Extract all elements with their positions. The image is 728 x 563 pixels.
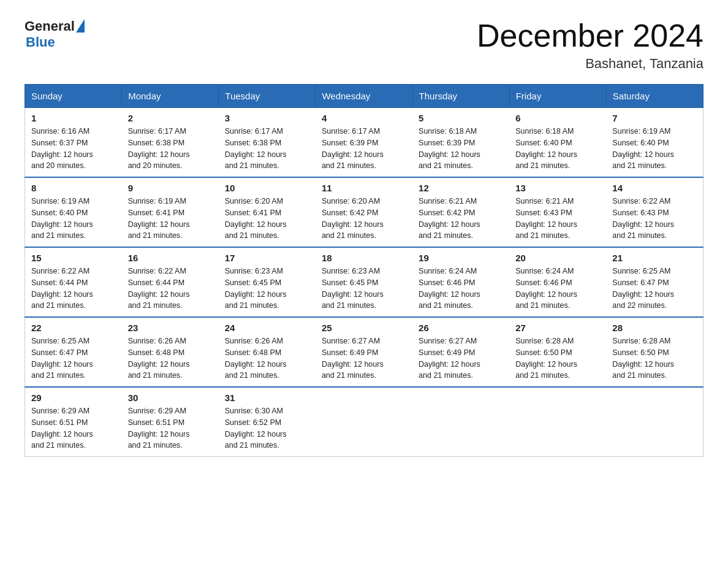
calendar-cell: 28 Sunrise: 6:28 AMSunset: 6:50 PMDaylig… [606, 317, 703, 387]
calendar-cell [509, 387, 606, 457]
day-info: Sunrise: 6:17 AMSunset: 6:38 PMDaylight:… [128, 126, 213, 172]
day-number: 27 [515, 323, 600, 333]
day-number: 14 [612, 183, 697, 193]
day-info: Sunrise: 6:27 AMSunset: 6:49 PMDaylight:… [419, 335, 503, 381]
day-info: Sunrise: 6:19 AMSunset: 6:40 PMDaylight:… [31, 196, 116, 242]
calendar-cell: 16 Sunrise: 6:22 AMSunset: 6:44 PMDaylig… [122, 247, 219, 317]
logo-blue-text: Blue [26, 34, 55, 50]
week-row-3: 15 Sunrise: 6:22 AMSunset: 6:44 PMDaylig… [25, 247, 703, 317]
day-info: Sunrise: 6:19 AMSunset: 6:41 PMDaylight:… [128, 196, 213, 242]
day-info: Sunrise: 6:16 AMSunset: 6:37 PMDaylight:… [31, 126, 116, 172]
weekday-header-wednesday: Wednesday [316, 85, 412, 108]
day-number: 24 [225, 323, 309, 333]
calendar-cell: 25 Sunrise: 6:27 AMSunset: 6:49 PMDaylig… [316, 317, 412, 387]
day-info: Sunrise: 6:28 AMSunset: 6:50 PMDaylight:… [515, 335, 600, 381]
calendar-cell: 7 Sunrise: 6:19 AMSunset: 6:40 PMDayligh… [606, 108, 703, 178]
calendar-cell: 17 Sunrise: 6:23 AMSunset: 6:45 PMDaylig… [219, 247, 316, 317]
day-info: Sunrise: 6:29 AMSunset: 6:51 PMDaylight:… [31, 405, 116, 451]
week-row-4: 22 Sunrise: 6:25 AMSunset: 6:47 PMDaylig… [25, 317, 703, 387]
day-info: Sunrise: 6:21 AMSunset: 6:42 PMDaylight:… [419, 196, 503, 242]
calendar-cell: 6 Sunrise: 6:18 AMSunset: 6:40 PMDayligh… [509, 108, 606, 178]
day-number: 3 [225, 113, 309, 123]
calendar-cell: 14 Sunrise: 6:22 AMSunset: 6:43 PMDaylig… [606, 177, 703, 247]
day-info: Sunrise: 6:24 AMSunset: 6:46 PMDaylight:… [515, 266, 600, 312]
day-number: 16 [128, 253, 213, 263]
day-number: 15 [31, 253, 116, 263]
weekday-header-friday: Friday [509, 85, 606, 108]
month-title: December 2024 [477, 18, 703, 53]
weekday-header-monday: Monday [122, 85, 219, 108]
calendar-cell: 8 Sunrise: 6:19 AMSunset: 6:40 PMDayligh… [25, 177, 122, 247]
calendar-cell: 31 Sunrise: 6:30 AMSunset: 6:52 PMDaylig… [219, 387, 316, 457]
calendar-cell: 3 Sunrise: 6:17 AMSunset: 6:38 PMDayligh… [219, 108, 316, 178]
calendar-cell: 15 Sunrise: 6:22 AMSunset: 6:44 PMDaylig… [25, 247, 122, 317]
day-info: Sunrise: 6:25 AMSunset: 6:47 PMDaylight:… [612, 266, 697, 312]
logo: General Blue [25, 18, 85, 50]
calendar-cell: 18 Sunrise: 6:23 AMSunset: 6:45 PMDaylig… [316, 247, 412, 317]
day-number: 10 [225, 183, 309, 193]
calendar-cell: 20 Sunrise: 6:24 AMSunset: 6:46 PMDaylig… [509, 247, 606, 317]
day-info: Sunrise: 6:21 AMSunset: 6:43 PMDaylight:… [515, 196, 600, 242]
day-number: 22 [31, 323, 116, 333]
day-info: Sunrise: 6:17 AMSunset: 6:39 PMDaylight:… [322, 126, 406, 172]
calendar-cell: 12 Sunrise: 6:21 AMSunset: 6:42 PMDaylig… [412, 177, 509, 247]
day-info: Sunrise: 6:22 AMSunset: 6:43 PMDaylight:… [612, 196, 697, 242]
calendar-cell [606, 387, 703, 457]
calendar-cell: 22 Sunrise: 6:25 AMSunset: 6:47 PMDaylig… [25, 317, 122, 387]
calendar-cell: 19 Sunrise: 6:24 AMSunset: 6:46 PMDaylig… [412, 247, 509, 317]
day-number: 11 [322, 183, 406, 193]
day-number: 5 [419, 113, 503, 123]
day-number: 30 [128, 393, 213, 403]
day-info: Sunrise: 6:28 AMSunset: 6:50 PMDaylight:… [612, 335, 697, 381]
calendar-cell: 5 Sunrise: 6:18 AMSunset: 6:39 PMDayligh… [412, 108, 509, 178]
calendar-cell: 21 Sunrise: 6:25 AMSunset: 6:47 PMDaylig… [606, 247, 703, 317]
day-info: Sunrise: 6:20 AMSunset: 6:42 PMDaylight:… [322, 196, 406, 242]
day-info: Sunrise: 6:22 AMSunset: 6:44 PMDaylight:… [31, 266, 116, 312]
day-info: Sunrise: 6:27 AMSunset: 6:49 PMDaylight:… [322, 335, 406, 381]
day-number: 26 [419, 323, 503, 333]
weekday-header-sunday: Sunday [25, 85, 122, 108]
day-info: Sunrise: 6:24 AMSunset: 6:46 PMDaylight:… [419, 266, 503, 312]
day-number: 12 [419, 183, 503, 193]
weekday-header-saturday: Saturday [606, 85, 703, 108]
week-row-2: 8 Sunrise: 6:19 AMSunset: 6:40 PMDayligh… [25, 177, 703, 247]
day-number: 20 [515, 253, 600, 263]
calendar-cell: 23 Sunrise: 6:26 AMSunset: 6:48 PMDaylig… [122, 317, 219, 387]
week-row-5: 29 Sunrise: 6:29 AMSunset: 6:51 PMDaylig… [25, 387, 703, 457]
day-number: 23 [128, 323, 213, 333]
day-number: 1 [31, 113, 116, 123]
calendar-cell: 4 Sunrise: 6:17 AMSunset: 6:39 PMDayligh… [316, 108, 412, 178]
day-number: 17 [225, 253, 309, 263]
day-info: Sunrise: 6:29 AMSunset: 6:51 PMDaylight:… [128, 405, 213, 451]
header: General Blue December 2024 Bashanet, Tan… [25, 18, 703, 72]
day-number: 28 [612, 323, 697, 333]
day-info: Sunrise: 6:20 AMSunset: 6:41 PMDaylight:… [225, 196, 309, 242]
day-info: Sunrise: 6:18 AMSunset: 6:39 PMDaylight:… [419, 126, 503, 172]
calendar-cell: 30 Sunrise: 6:29 AMSunset: 6:51 PMDaylig… [122, 387, 219, 457]
day-number: 19 [419, 253, 503, 263]
day-info: Sunrise: 6:23 AMSunset: 6:45 PMDaylight:… [322, 266, 406, 312]
day-info: Sunrise: 6:26 AMSunset: 6:48 PMDaylight:… [128, 335, 213, 381]
calendar-cell [412, 387, 509, 457]
day-number: 13 [515, 183, 600, 193]
logo-triangle-icon [76, 19, 85, 33]
day-number: 6 [515, 113, 600, 123]
day-number: 25 [322, 323, 406, 333]
day-number: 4 [322, 113, 406, 123]
title-area: December 2024 Bashanet, Tanzania [477, 18, 703, 72]
day-info: Sunrise: 6:26 AMSunset: 6:48 PMDaylight:… [225, 335, 309, 381]
logo-general-text: General [25, 18, 75, 34]
calendar-cell: 9 Sunrise: 6:19 AMSunset: 6:41 PMDayligh… [122, 177, 219, 247]
weekday-header-tuesday: Tuesday [219, 85, 316, 108]
day-info: Sunrise: 6:19 AMSunset: 6:40 PMDaylight:… [612, 126, 697, 172]
day-info: Sunrise: 6:18 AMSunset: 6:40 PMDaylight:… [515, 126, 600, 172]
calendar-cell: 13 Sunrise: 6:21 AMSunset: 6:43 PMDaylig… [509, 177, 606, 247]
calendar-cell: 24 Sunrise: 6:26 AMSunset: 6:48 PMDaylig… [219, 317, 316, 387]
calendar-cell: 11 Sunrise: 6:20 AMSunset: 6:42 PMDaylig… [316, 177, 412, 247]
day-number: 9 [128, 183, 213, 193]
day-info: Sunrise: 6:30 AMSunset: 6:52 PMDaylight:… [225, 405, 309, 451]
day-number: 7 [612, 113, 697, 123]
day-info: Sunrise: 6:22 AMSunset: 6:44 PMDaylight:… [128, 266, 213, 312]
calendar-cell: 26 Sunrise: 6:27 AMSunset: 6:49 PMDaylig… [412, 317, 509, 387]
calendar-cell: 29 Sunrise: 6:29 AMSunset: 6:51 PMDaylig… [25, 387, 122, 457]
